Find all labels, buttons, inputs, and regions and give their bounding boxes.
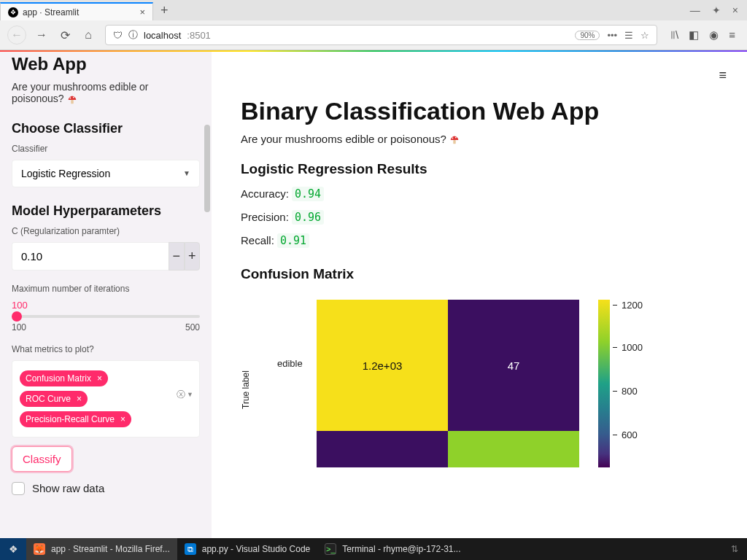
svg-point-1 <box>69 97 71 98</box>
chevron-down-icon[interactable]: ▼ <box>187 391 193 398</box>
c-number-input: − + <box>12 242 200 271</box>
classifier-select[interactable]: Logistic Regression ▼ <box>12 160 200 187</box>
nav-buttons: ← → ⟳ ⌂ <box>7 26 96 44</box>
chip-remove-icon[interactable]: × <box>120 414 125 424</box>
streamlit-favicon: ❖ <box>8 7 18 18</box>
sidebar-icon[interactable]: ◧ <box>689 28 699 42</box>
main-content: ≡ Binary Classification Web App Are your… <box>212 52 747 539</box>
svg-rect-0 <box>71 100 74 104</box>
cbar-tick-1200: 1200 <box>613 300 643 311</box>
y-tick-edible: edible <box>277 358 303 369</box>
site-info-icon[interactable]: ⓘ <box>128 28 138 42</box>
clear-all-icon[interactable]: ⓧ <box>177 389 185 401</box>
maxiter-value: 100 <box>12 300 200 311</box>
maxiter-slider[interactable]: 100 100 500 <box>12 300 200 332</box>
chevron-down-icon: ▼ <box>183 169 190 177</box>
shield-icon[interactable]: 🛡 <box>113 30 123 41</box>
cbar-tick-800: 800 <box>613 386 638 397</box>
sidebar-scrollbar[interactable] <box>204 125 210 343</box>
cm-cell-1-0 <box>317 431 448 467</box>
sidebar: Web App Are your mushrooms edible or poi… <box>0 52 212 539</box>
new-tab-button[interactable]: + <box>153 3 176 18</box>
accuracy-value: 0.94 <box>292 187 324 201</box>
library-icon[interactable]: ⫴\ <box>670 28 678 42</box>
close-window-icon[interactable]: × <box>732 4 738 16</box>
colorbar <box>598 300 610 467</box>
url-box[interactable]: 🛡 ⓘ localhost:8501 90% ••• ☰ ☆ <box>105 25 657 45</box>
slider-track[interactable] <box>12 315 200 318</box>
metrics-multiselect[interactable]: Confusion Matrix× ROC Curve× Precision-R… <box>12 360 200 438</box>
tab-bar: ❖ app · Streamlit × + — ✦ × <box>0 0 747 20</box>
y-axis-label: True label <box>241 370 251 409</box>
taskbar: ❖ 🦊 app · Streamlit - Mozilla Firef... ⧉… <box>0 538 747 560</box>
maxiter-label: Maximum number of iterations <box>12 284 200 294</box>
mushroom-icon <box>67 95 77 105</box>
cbar-tick-1000: 1000 <box>613 342 643 353</box>
c-label: C (Regularization paramter) <box>12 226 200 236</box>
c-increment-button[interactable]: + <box>185 242 201 271</box>
classify-button[interactable]: Classify <box>12 446 72 472</box>
chip-confusion-matrix[interactable]: Confusion Matrix× <box>20 370 108 386</box>
terminal-icon: >_ <box>325 543 336 555</box>
sidebar-title-line2: Web App <box>12 55 200 74</box>
browser-tab[interactable]: ❖ app · Streamlit × <box>0 2 153 20</box>
classifier-label: Classifier <box>12 144 200 154</box>
browser-chrome: ❖ app · Streamlit × + — ✦ × ← → ⟳ ⌂ 🛡 ⓘ … <box>0 0 747 50</box>
toolbar-right: ⫴\ ◧ ◉ ≡ <box>666 28 740 42</box>
tab-title: app · Streamlit <box>23 7 79 18</box>
cbar-tick-600: 600 <box>613 429 638 440</box>
svg-point-4 <box>452 138 454 139</box>
streamlit-menu-icon[interactable]: ≡ <box>719 68 727 83</box>
vscode-icon: ⧉ <box>185 543 196 555</box>
scrollbar-thumb[interactable] <box>204 125 210 212</box>
sidebar-subtitle: Are your mushrooms edible or poisonous? <box>12 81 200 104</box>
reader-icon[interactable]: ☰ <box>624 30 633 41</box>
choose-classifier-heading: Choose Classifier <box>12 121 200 136</box>
close-tab-icon[interactable]: × <box>139 7 145 18</box>
mushroom-icon <box>449 135 460 145</box>
results-heading: Logistic Regression Results <box>241 161 718 177</box>
chip-remove-icon[interactable]: × <box>77 394 82 404</box>
menu-icon[interactable]: ≡ <box>729 28 735 42</box>
confusion-matrix-plot: True label edible 1.2e+03 47 1200 1000 8… <box>241 300 718 475</box>
chip-precision-recall[interactable]: Precision-Recall Curve× <box>20 411 131 427</box>
chip-roc-curve[interactable]: ROC Curve× <box>20 391 88 407</box>
firefox-icon: 🦊 <box>34 543 45 555</box>
confusion-matrix-heading: Confusion Matrix <box>241 266 718 282</box>
c-decrement-button[interactable]: − <box>169 242 185 271</box>
accuracy-row: Accuracy: 0.94 <box>241 187 718 201</box>
c-input-field[interactable] <box>12 242 169 271</box>
show-raw-checkbox-row[interactable]: Show raw data <box>12 482 200 495</box>
taskbar-tray[interactable]: ⇅ <box>722 544 747 554</box>
taskbar-terminal[interactable]: >_ Terminal - rhyme@ip-172-31... <box>317 538 468 560</box>
back-button[interactable]: ← <box>7 26 26 44</box>
cm-cell-0-1: 47 <box>448 300 579 431</box>
cm-grid: 1.2e+03 47 <box>317 300 579 467</box>
forward-button[interactable]: → <box>34 28 50 42</box>
slider-thumb[interactable] <box>12 311 22 322</box>
taskbar-vscode[interactable]: ⧉ app.py - Visual Studio Code <box>177 538 318 560</box>
slider-range: 100 500 <box>12 322 200 332</box>
account-icon[interactable]: ◉ <box>709 28 719 42</box>
svg-point-2 <box>72 96 74 98</box>
cm-cell-0-0: 1.2e+03 <box>317 300 448 431</box>
home-button[interactable]: ⌂ <box>80 28 96 42</box>
start-button[interactable]: ❖ <box>0 538 26 560</box>
recall-value: 0.91 <box>277 233 309 248</box>
cm-row-0: 1.2e+03 47 <box>317 300 579 431</box>
page: Web App Are your mushrooms edible or poi… <box>0 52 747 539</box>
reload-button[interactable]: ⟳ <box>57 28 73 42</box>
bookmark-icon[interactable]: ☆ <box>640 30 649 41</box>
page-actions-icon[interactable]: ••• <box>607 30 617 41</box>
cm-row-1 <box>317 431 579 467</box>
show-raw-checkbox[interactable] <box>12 482 25 495</box>
address-bar-row: ← → ⟳ ⌂ 🛡 ⓘ localhost:8501 90% ••• ☰ ☆ ⫴… <box>0 20 747 50</box>
taskbar-firefox[interactable]: 🦊 app · Streamlit - Mozilla Firef... <box>26 538 177 560</box>
precision-value: 0.96 <box>292 210 324 225</box>
show-raw-label: Show raw data <box>32 482 104 494</box>
cm-cell-1-1 <box>448 431 579 467</box>
maximize-icon[interactable]: ✦ <box>712 4 721 16</box>
minimize-icon[interactable]: — <box>690 4 700 16</box>
zoom-badge[interactable]: 90% <box>575 31 600 40</box>
chip-remove-icon[interactable]: × <box>97 373 102 384</box>
